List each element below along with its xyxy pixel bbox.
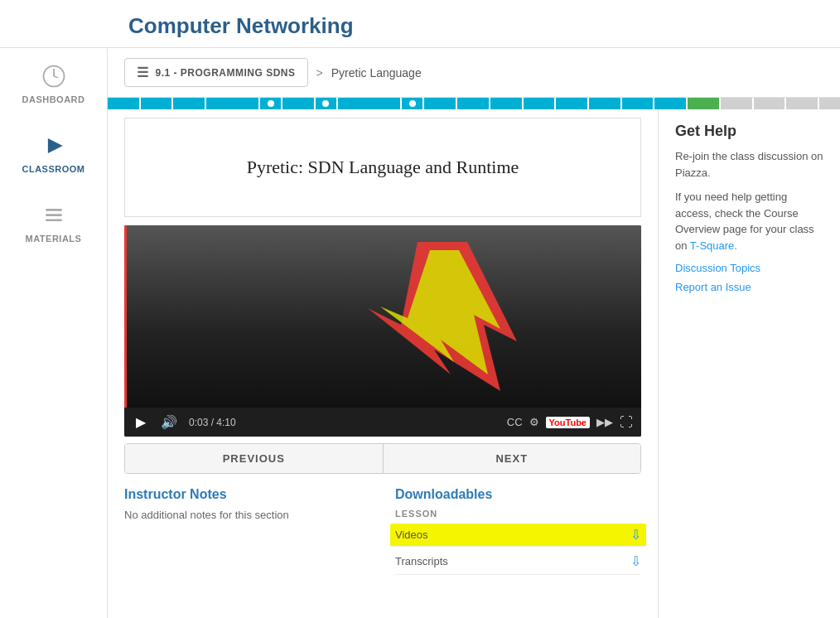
app-container: Computer Networking DASHBOARD — [0, 0, 840, 618]
classroom-icon — [39, 131, 69, 161]
svg-rect-6 — [46, 219, 62, 221]
breadcrumb-separator: > — [316, 66, 323, 80]
materials-icon — [39, 200, 69, 230]
download-item-videos[interactable]: Videos ⇩ — [390, 524, 646, 547]
progress-bar — [108, 98, 840, 109]
get-help-title: Get Help — [675, 123, 823, 140]
dashboard-icon — [39, 61, 69, 91]
breadcrumb-current: Pyretic Language — [331, 66, 422, 80]
progress-segment-dot — [260, 98, 281, 109]
body-layout: DASHBOARD CLASSROOM — [0, 48, 840, 618]
breadcrumb-lesson: 9.1 - PROGRAMMING SDNS — [156, 67, 296, 79]
progress-segment-done — [654, 98, 686, 109]
arrow-overlay — [368, 242, 517, 391]
discussion-topics-link[interactable]: Discussion Topics — [675, 262, 823, 274]
progress-segment-done — [173, 98, 205, 109]
sidebar: DASHBOARD CLASSROOM — [0, 48, 108, 618]
sidebar-label-dashboard: DASHBOARD — [22, 94, 85, 104]
download-transcripts-icon[interactable]: ⇩ — [630, 553, 641, 569]
main-content: ☰ 9.1 - PROGRAMMING SDNS > Pyretic Langu… — [108, 48, 840, 618]
progress-segment-done — [490, 98, 522, 109]
video-ctrl-icons: CC ⚙ YouTube ▶▶ ⛶ — [507, 415, 633, 430]
progress-segment-done — [338, 98, 400, 109]
video-container[interactable]: ▶ 🔊 0:03 / 4:10 CC ⚙ YouTube ▶▶ ⛶ — [124, 225, 641, 437]
progress-segment-done — [524, 98, 555, 109]
progress-segment-dot — [316, 98, 336, 109]
sidebar-label-materials: MATERIALS — [26, 234, 82, 244]
download-videos-icon[interactable]: ⇩ — [630, 527, 641, 543]
time-display: 0:03 / 4:10 — [189, 417, 499, 428]
get-help-description1: Re-join the class discussion on Piazza. — [675, 148, 823, 181]
volume-button[interactable]: 🔊 — [157, 413, 181, 432]
downloadables-section-label: LESSON — [395, 509, 641, 519]
progress-segment-future — [754, 98, 785, 109]
next-button[interactable]: NEXT — [384, 444, 641, 473]
slide-image: Pyretic: SDN Language and Runtime — [124, 118, 641, 217]
progress-segment-future — [786, 98, 818, 109]
get-help-description2: If you need help getting access, check t… — [675, 189, 823, 253]
right-sidebar: Get Help Re-join the class discussion on… — [658, 109, 840, 618]
download-transcripts-label: Transcripts — [395, 555, 448, 567]
progress-segment-future — [721, 98, 752, 109]
progress-segment-active — [688, 98, 719, 109]
bottom-content: Instructor Notes No additional notes for… — [108, 474, 658, 588]
svg-line-2 — [54, 76, 58, 78]
svg-marker-8 — [380, 250, 500, 374]
list-icon: ☰ — [137, 65, 149, 80]
progress-segment-dot — [402, 98, 422, 109]
video-controls[interactable]: ▶ 🔊 0:03 / 4:10 CC ⚙ YouTube ▶▶ ⛶ — [124, 408, 641, 437]
report-issue-link[interactable]: Report an Issue — [675, 281, 823, 293]
lesson-breadcrumb-button[interactable]: ☰ 9.1 - PROGRAMMING SDNS — [124, 58, 308, 87]
svg-marker-3 — [47, 138, 62, 153]
svg-rect-5 — [46, 214, 62, 216]
slide-text: Pyretic: SDN Language and Runtime — [247, 157, 519, 178]
page-title: Computer Networking — [128, 13, 823, 39]
sidebar-item-classroom[interactable]: CLASSROOM — [0, 126, 107, 179]
cast-icon[interactable]: ▶▶ — [596, 416, 613, 428]
progress-segment-done — [622, 98, 654, 109]
settings-icon[interactable]: ⚙ — [529, 416, 539, 428]
sidebar-label-classroom: CLASSROOM — [22, 164, 85, 174]
download-videos-label: Videos — [395, 529, 428, 541]
nav-buttons: PREVIOUS NEXT — [124, 443, 641, 474]
progress-segment-done — [141, 98, 172, 109]
progress-segment-done — [589, 98, 620, 109]
video-red-line — [124, 225, 127, 408]
progress-segment-done — [556, 98, 587, 109]
instructor-notes-content: No additional notes for this section — [124, 509, 370, 521]
progress-segment-done — [457, 98, 489, 109]
downloadables-title: Downloadables — [395, 487, 641, 502]
content-area: Pyretic: SDN Language and Runtime — [108, 109, 840, 618]
sidebar-item-dashboard[interactable]: DASHBOARD — [0, 56, 107, 109]
instructor-notes-title: Instructor Notes — [124, 487, 370, 502]
slide-container: Pyretic: SDN Language and Runtime — [108, 109, 658, 225]
cc-icon[interactable]: CC — [507, 416, 523, 428]
page-header: Computer Networking — [0, 0, 840, 48]
breadcrumb-bar: ☰ 9.1 - PROGRAMMING SDNS > Pyretic Langu… — [108, 48, 840, 98]
progress-segment-future — [819, 98, 840, 109]
previous-button[interactable]: PREVIOUS — [125, 444, 384, 473]
svg-rect-4 — [46, 209, 62, 211]
download-item-transcripts[interactable]: Transcripts ⇩ — [395, 548, 641, 575]
progress-segment-done — [206, 98, 258, 109]
play-button[interactable]: ▶ — [133, 413, 149, 432]
tsquare-link[interactable]: T-Square. — [690, 239, 737, 252]
sidebar-item-materials[interactable]: MATERIALS — [0, 196, 107, 249]
progress-segment-done — [282, 98, 314, 109]
progress-segment-done — [108, 98, 139, 109]
progress-segment-done — [424, 98, 456, 109]
fullscreen-button[interactable]: ⛶ — [620, 415, 633, 430]
instructor-notes: Instructor Notes No additional notes for… — [124, 487, 370, 575]
content-left: Pyretic: SDN Language and Runtime — [108, 109, 658, 618]
youtube-badge: YouTube — [546, 417, 590, 428]
downloadables: Downloadables LESSON Videos ⇩ Transcript… — [395, 487, 641, 575]
video-area[interactable] — [124, 225, 641, 408]
